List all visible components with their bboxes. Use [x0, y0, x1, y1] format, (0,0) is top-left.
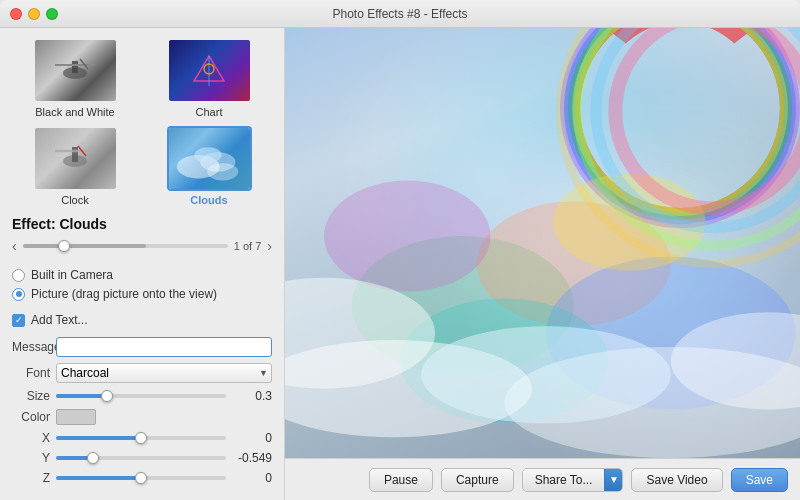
nav-slider[interactable]	[23, 244, 228, 248]
thumb-art-clouds	[169, 128, 250, 189]
left-panel: Black and White Chart	[0, 28, 285, 500]
content-area: Black and White Chart	[0, 28, 800, 500]
add-text-row[interactable]: ✓ Add Text...	[12, 313, 272, 327]
y-slider[interactable]	[56, 456, 226, 460]
bw-art-icon	[50, 51, 100, 91]
radio-built-in-camera[interactable]: Built in Camera	[12, 268, 272, 282]
add-text-label: Add Text...	[31, 313, 87, 327]
nav-slider-thumb	[58, 240, 70, 252]
thumb-label-clouds: Clouds	[190, 194, 227, 206]
size-row: Size 0.3	[12, 389, 272, 403]
message-input[interactable]	[56, 337, 272, 357]
svg-point-13	[194, 147, 221, 163]
thumb-art-clock	[35, 128, 116, 189]
thumb-label-chart: Chart	[196, 106, 223, 118]
radio-circle-camera	[12, 269, 25, 282]
radio-dot-picture	[16, 291, 22, 297]
message-label: Message	[12, 340, 50, 354]
radio-label-camera: Built in Camera	[31, 268, 113, 282]
y-label: Y	[12, 451, 50, 465]
nav-slider-fill	[23, 244, 146, 248]
font-label: Font	[12, 366, 50, 380]
x-row: X 0	[12, 431, 272, 445]
color-label: Color	[12, 410, 50, 424]
thumb-img-chart	[167, 38, 252, 103]
titlebar-buttons	[10, 8, 58, 20]
z-slider-fill	[56, 476, 141, 480]
add-text-checkbox[interactable]: ✓	[12, 314, 25, 327]
main-window: Photo Effects #8 - Effects	[0, 0, 800, 500]
radio-picture[interactable]: Picture (drag picture onto the view)	[12, 287, 272, 301]
maximize-button[interactable]	[46, 8, 58, 20]
preview-area	[285, 28, 800, 458]
radio-group: Built in Camera Picture (drag picture on…	[12, 268, 272, 301]
titlebar: Photo Effects #8 - Effects	[0, 0, 800, 28]
nav-next-arrow[interactable]: ›	[267, 238, 272, 254]
nav-prev-arrow[interactable]: ‹	[12, 238, 17, 254]
svg-rect-8	[72, 147, 78, 162]
thumbnails-grid: Black and White Chart	[12, 38, 272, 206]
x-label: X	[12, 431, 50, 445]
radio-label-picture: Picture (drag picture onto the view)	[31, 287, 217, 301]
z-value: 0	[232, 471, 272, 485]
size-slider[interactable]	[56, 394, 226, 398]
size-value: 0.3	[232, 389, 272, 403]
pause-button[interactable]: Pause	[369, 468, 433, 492]
thumb-img-clock	[33, 126, 118, 191]
right-panel: Pause Capture Share To... ▼ Save Video S…	[285, 28, 800, 500]
clock-art-icon	[50, 139, 100, 179]
save-button[interactable]: Save	[731, 468, 788, 492]
font-row: Font Charcoal ▼	[12, 363, 272, 383]
thumb-clouds[interactable]: Clouds	[146, 126, 272, 206]
thumb-black-and-white[interactable]: Black and White	[12, 38, 138, 118]
share-to-dropdown-arrow[interactable]: ▼	[604, 469, 622, 491]
thumb-label-bw: Black and White	[35, 106, 114, 118]
font-select[interactable]: Charcoal	[56, 363, 272, 383]
svg-point-14	[207, 163, 238, 181]
thumb-img-bw	[33, 38, 118, 103]
message-row: Message	[12, 337, 272, 357]
y-row: Y -0.549	[12, 451, 272, 465]
chart-art-icon	[184, 51, 234, 91]
share-to-split-button: Share To... ▼	[522, 468, 624, 492]
minimize-button[interactable]	[28, 8, 40, 20]
preview-bg	[285, 28, 800, 458]
window-title: Photo Effects #8 - Effects	[333, 7, 468, 21]
y-slider-thumb	[87, 452, 99, 464]
size-slider-thumb	[101, 390, 113, 402]
thumb-img-clouds	[167, 126, 252, 191]
z-slider-thumb	[135, 472, 147, 484]
z-row: Z 0	[12, 471, 272, 485]
size-label: Size	[12, 389, 50, 403]
save-video-button[interactable]: Save Video	[631, 468, 722, 492]
x-value: 0	[232, 431, 272, 445]
color-row: Color	[12, 409, 272, 425]
thumb-art-chart	[169, 40, 250, 101]
font-select-wrap: Charcoal ▼	[56, 363, 272, 383]
svg-rect-1	[72, 61, 78, 73]
effect-nav: ‹ 1 of 7 ›	[12, 238, 272, 254]
y-value: -0.549	[232, 451, 272, 465]
x-slider[interactable]	[56, 436, 226, 440]
z-label: Z	[12, 471, 50, 485]
effect-name: Effect: Clouds	[12, 216, 272, 232]
thumb-art-bw	[35, 40, 116, 101]
color-swatch[interactable]	[56, 409, 96, 425]
close-button[interactable]	[10, 8, 22, 20]
share-to-button[interactable]: Share To...	[523, 469, 605, 491]
thumb-chart[interactable]: Chart	[146, 38, 272, 118]
thumb-label-clock: Clock	[61, 194, 89, 206]
size-slider-fill	[56, 394, 107, 398]
z-slider[interactable]	[56, 476, 226, 480]
bottom-bar: Pause Capture Share To... ▼ Save Video S…	[285, 458, 800, 500]
radio-circle-picture	[12, 288, 25, 301]
thumb-clock[interactable]: Clock	[12, 126, 138, 206]
x-slider-fill	[56, 436, 141, 440]
nav-count: 1 of 7	[234, 240, 262, 252]
clouds-art-icon	[169, 127, 250, 190]
x-slider-thumb	[135, 432, 147, 444]
capture-button[interactable]: Capture	[441, 468, 514, 492]
